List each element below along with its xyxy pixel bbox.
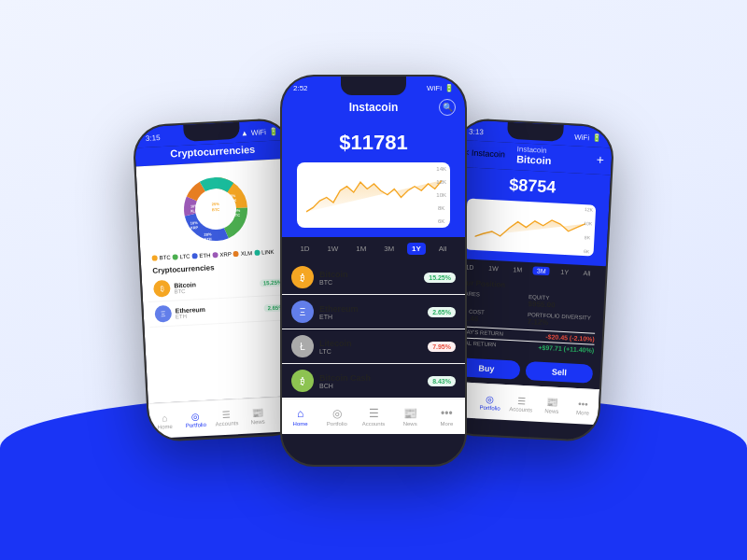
nav-accounts-center[interactable]: ☰ Accounts [355,407,391,427]
nav-portfolio-right[interactable]: ◎ Portfolio [474,393,506,412]
accounts-icon: ☰ [222,409,232,419]
time-tabs-center: 1D 1W 1M 3M 1Y All [282,237,465,260]
total-return-value: +$97.71 (+11.40%) [538,344,594,354]
right-tab-1m[interactable]: 1M [509,265,526,274]
center-main-price: $11781 [291,127,456,162]
chart-labels: 14K 12K 10K 8K 6K [436,166,446,224]
svg-text:25%: 25% [212,202,220,206]
center-header: Instacoin 🔍 [282,97,465,121]
bch-info-center: Bitcoin Cash BCH [319,373,422,389]
nav-portfolio-center[interactable]: ◎ Portfolio [318,407,355,427]
center-phone: 2:52 WiFi 🔋 Instacoin 🔍 $11781 14K 12K 1… [280,75,467,467]
today-return-value: -$20.45 (-2.10%) [545,333,595,343]
legend-ltc: LTC [172,254,190,260]
eth-icon-left: Ξ [154,305,172,323]
list-item[interactable]: Ł Litecoin LTC 7.95% [282,329,465,364]
donut-chart: 25% BTC 18% LINK 19% LTC 28% ETH 10% XRP… [176,170,255,248]
bch-icon-center: ₿ [291,370,314,392]
svg-text:ETH: ETH [204,236,212,241]
status-time-center: 2:52 [293,84,308,92]
eth-info-left: Ethereum ETH [175,302,261,319]
news-icon-center: 📰 [403,407,417,420]
center-bottom-nav: ⌂ Home ◎ Portfolio ☰ Accounts 📰 News •••… [282,399,465,434]
list-item[interactable]: ₿ Bitcoin BTC 15.25% [282,260,465,295]
more-icon-right: ••• [578,399,588,410]
add-button[interactable]: + [596,151,604,166]
right-chart-labels: 12K 10K 8K 6K [583,206,594,254]
news-icon-right: 📰 [546,397,558,408]
right-header-title: Bitcoin [516,153,552,166]
eth-badge-center: 2.65% [428,307,456,317]
list-item[interactable]: Ξ Ethereum ETH 2.65% [282,295,465,329]
status-time-right: 3:13 [469,127,484,136]
ltc-badge-center: 7.95% [428,342,456,352]
svg-text:BTC: BTC [212,207,220,212]
list-item[interactable]: ₿ Bitcoin Cash BCH 8.43% [282,364,465,399]
nav-home-left[interactable]: ⌂ Home [148,412,180,430]
accounts-icon-right: ☰ [516,395,526,405]
diversity-item: PORTFOLIO DIVERSITY 7.12% [527,312,596,329]
status-icons-center: WiFi 🔋 [427,84,454,92]
home-icon: ⌂ [162,413,168,423]
crypto-list-center: ₿ Bitcoin BTC 15.25% Ξ Ethereum ETH 2.65… [282,260,465,399]
center-blue-section: $11781 14K 12K 10K 8K 6K [282,121,465,237]
nav-news-center[interactable]: 📰 News [392,407,429,427]
status-time-left: 3:15 [146,133,161,143]
portfolio-icon-right: ◎ [486,393,495,403]
legend-xrp: XRP [212,251,232,258]
notch-center [341,77,406,95]
nav-home-center[interactable]: ⌂ Home [282,407,318,427]
position-grid: SHARES 5.0 EQUITY $955.00 AVG COST 171.4… [456,290,598,329]
nav-accounts-right[interactable]: ☰ Accounts [505,394,537,413]
tab-1d[interactable]: 1D [295,243,314,255]
ltc-icon-center: Ł [291,335,314,357]
right-tab-1y[interactable]: 1Y [557,268,572,277]
sell-button[interactable]: Sell [525,361,593,384]
right-blue-section: $8754 12K 10K 8K 6K [451,167,611,267]
nav-accounts-left[interactable]: ☰ Accounts [211,408,243,427]
right-tab-all[interactable]: All [580,269,595,278]
main-chart-svg [306,162,442,223]
tab-1y[interactable]: 1Y [407,243,426,255]
portfolio-title: Cryptocurrencies [170,144,256,160]
equity-item: EQUITY $955.00 [528,294,597,312]
notch-right [507,122,564,142]
btc-icon-left: ₿ [153,280,171,298]
svg-text:LINK: LINK [228,198,237,203]
bch-badge-center: 8.43% [428,376,456,386]
legend-btc: BTC [152,255,171,261]
nav-news-right[interactable]: 📰 News [536,396,568,414]
tab-3m[interactable]: 3M [379,243,399,255]
portfolio-icon-center: ◎ [332,407,342,420]
portfolio-icon: ◎ [191,411,201,421]
right-tab-3m[interactable]: 3M [533,266,550,275]
search-icon[interactable]: 🔍 [439,99,456,116]
phones-container: 3:15 ▲ WiFi 🔋 Cryptocurrencies [121,84,626,476]
btc-icon-center: ₿ [291,266,314,288]
position-section: Your Position SHARES 5.0 EQUITY $955.00 … [446,274,605,360]
nav-more-center[interactable]: ••• More [429,407,465,427]
tab-1m[interactable]: 1M [351,243,371,255]
home-icon-center: ⌂ [297,407,303,420]
nav-portfolio-left[interactable]: ◎ Portfolio [180,410,212,428]
ltc-info-center: Litecoin LTC [319,339,422,355]
back-button[interactable]: < Instacoin [464,147,505,159]
eth-info-center: Ethereum ETH [319,304,422,320]
nav-news-left[interactable]: 📰 News [242,407,274,426]
right-chart-svg [474,199,586,251]
news-icon: 📰 [251,407,263,418]
center-app-title: Instacoin [349,101,399,114]
right-tab-1w[interactable]: 1W [485,264,502,273]
more-icon-center: ••• [441,407,453,420]
tab-all[interactable]: All [434,243,452,255]
nav-more-right[interactable]: ••• More [567,398,599,416]
legend-xlm: XLM [233,250,253,257]
tab-1w[interactable]: 1W [322,243,343,255]
legend-eth: ETH [191,252,210,259]
svg-text:XLM: XLM [190,208,199,213]
portfolio-screen: 25% BTC 18% LINK 19% LTC 28% ETH 10% XRP… [136,159,303,403]
btc-badge-center: 15.25% [424,273,456,283]
btc-info-left: Bitcoin BTC [174,277,256,294]
legend-link: LINK [254,249,275,256]
accounts-icon-center: ☰ [369,407,379,420]
